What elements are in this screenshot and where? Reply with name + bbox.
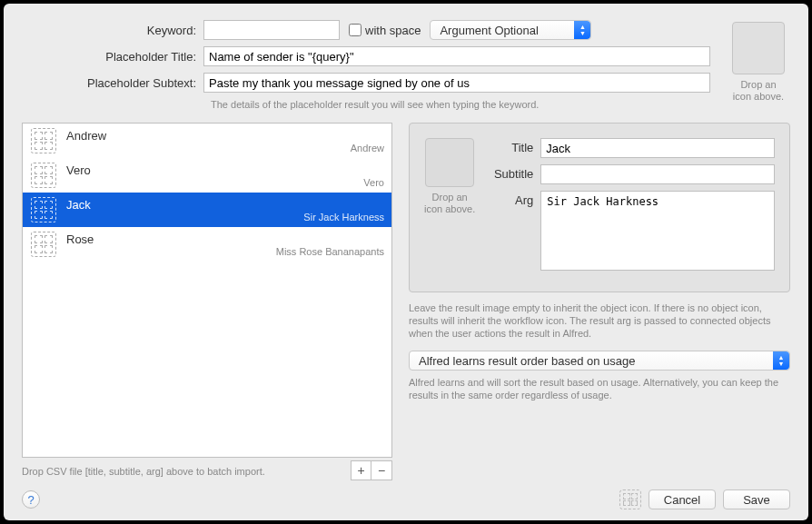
order-select[interactable]: Alfred learns result order based on usag…	[409, 351, 790, 371]
add-item-button[interactable]: +	[352, 461, 371, 480]
subtitle-row: Subtitle	[488, 164, 775, 184]
list-item-subtitle: Andrew	[66, 143, 384, 153]
keyword-label: Keyword:	[22, 24, 203, 37]
list-item-subtitle: Sir Jack Harkness	[66, 212, 384, 222]
placeholder-subtext-label: Placeholder Subtext:	[22, 76, 203, 90]
list-item[interactable]: Rose Miss Rose Bananapants	[23, 227, 391, 262]
preferences-dialog: Keyword: with space Argument Optional ▲▼…	[4, 4, 808, 520]
list-item-title: Jack	[66, 198, 384, 212]
arg-row: Arg	[488, 191, 775, 271]
workflow-icon-well[interactable]	[732, 22, 785, 74]
csv-drop-hint: Drop CSV file [title, subtitle, arg] abo…	[22, 466, 351, 477]
title-input[interactable]	[540, 138, 775, 158]
title-label: Title	[488, 138, 540, 154]
detail-help-text: Leave the result image empty to inherit …	[409, 302, 790, 340]
bottom-bar: ? Cancel Save	[22, 489, 790, 509]
detail-box: Drop an icon above. Title Subtitle Arg	[409, 123, 790, 292]
arg-label: Arg	[488, 191, 540, 207]
workflow-icon-dropzone[interactable]: Drop an icon above.	[727, 20, 790, 110]
detail-fields: Title Subtitle Arg	[488, 138, 775, 277]
order-help-text: Alfred learns and will sort the result b…	[409, 376, 790, 401]
list-item-subtitle: Miss Rose Bananapants	[66, 246, 384, 257]
detail-section: Drop an icon above. Title Subtitle Arg	[409, 123, 790, 480]
main-area: Andrew Andrew Vero Vero	[22, 123, 790, 480]
keyword-row: Keyword: with space Argument Optional ▲▼	[22, 20, 710, 40]
order-select-wrap: Alfred learns result order based on usag…	[409, 351, 790, 371]
result-icon-well[interactable]	[425, 138, 474, 187]
list-item[interactable]: Jack Sir Jack Harkness	[23, 193, 391, 227]
placeholder-subtext-input[interactable]	[203, 73, 710, 93]
arg-textarea[interactable]	[540, 191, 775, 271]
with-space-checkbox[interactable]	[349, 24, 361, 36]
chevron-updown-icon: ▲▼	[574, 21, 590, 39]
placeholder-title-row: Placeholder Title:	[22, 46, 710, 66]
results-list[interactable]: Andrew Andrew Vero Vero	[22, 123, 392, 458]
with-space-label: with space	[365, 24, 421, 37]
save-button[interactable]: Save	[723, 489, 790, 509]
list-item-subtitle: Vero	[66, 177, 384, 188]
grid-icon	[30, 127, 57, 154]
subtitle-input[interactable]	[540, 164, 775, 184]
form-rows: Keyword: with space Argument Optional ▲▼…	[22, 20, 710, 110]
list-item-title: Andrew	[66, 129, 384, 143]
top-form-section: Keyword: with space Argument Optional ▲▼…	[22, 20, 790, 110]
argument-select-value: Argument Optional	[440, 24, 538, 37]
list-item-title: Rose	[66, 232, 384, 246]
add-remove-buttons: + −	[351, 460, 392, 480]
grid-icon	[30, 162, 57, 189]
order-select-value: Alfred learns result order based on usag…	[419, 354, 635, 368]
placeholder-title-label: Placeholder Title:	[22, 50, 203, 64]
form-help-text: The details of the placeholder result yo…	[211, 99, 710, 110]
title-row: Title	[488, 138, 775, 158]
grid-icon	[30, 231, 57, 258]
subtitle-label: Subtitle	[488, 164, 540, 181]
keyword-input[interactable]	[203, 20, 340, 40]
grid-icon-button[interactable]	[619, 489, 641, 509]
placeholder-title-input[interactable]	[203, 46, 710, 66]
list-item-title: Vero	[66, 163, 384, 177]
chevron-updown-icon: ▲▼	[773, 351, 789, 370]
list-item[interactable]: Vero Vero	[23, 158, 391, 193]
cancel-button[interactable]: Cancel	[649, 489, 716, 509]
result-icon-dropzone[interactable]: Drop an icon above.	[424, 138, 475, 277]
result-icon-drop-text: Drop an icon above.	[424, 192, 475, 215]
workflow-icon-drop-text: Drop an icon above.	[733, 79, 784, 103]
with-space-checkbox-wrap[interactable]: with space	[349, 24, 421, 37]
list-footer: Drop CSV file [title, subtitle, arg] abo…	[22, 461, 392, 480]
remove-item-button[interactable]: −	[371, 461, 391, 480]
help-button[interactable]: ?	[22, 490, 40, 509]
list-section: Andrew Andrew Vero Vero	[22, 123, 392, 480]
grid-icon	[30, 196, 57, 223]
argument-select[interactable]: Argument Optional ▲▼	[430, 20, 591, 40]
placeholder-subtext-row: Placeholder Subtext:	[22, 73, 710, 93]
list-item[interactable]: Andrew Andrew	[23, 124, 391, 158]
